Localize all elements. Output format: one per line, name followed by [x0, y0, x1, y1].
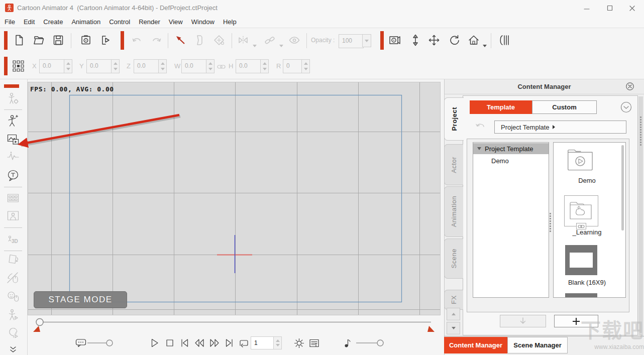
side-panel-curtain-button[interactable]: [497, 33, 512, 48]
paint-bucket-button[interactable]: [211, 33, 227, 48]
minimize-button[interactable]: [579, 2, 595, 14]
spinner-up-icon[interactable]: [161, 62, 165, 65]
face-mouse-puppet-button[interactable]: [6, 289, 21, 303]
side-tab-animation[interactable]: Animation: [444, 186, 463, 237]
side-tab-project[interactable]: Project: [444, 97, 464, 141]
item-demo[interactable]: [566, 148, 596, 174]
template-paper-button[interactable]: [191, 33, 206, 48]
constrain-link-icon[interactable]: [217, 63, 226, 72]
side-tab-scene[interactable]: Scene: [444, 239, 463, 279]
export-button[interactable]: [98, 33, 113, 48]
caption-opacity-slider[interactable]: [86, 335, 115, 350]
visibility-button[interactable]: [287, 33, 302, 48]
tree-collapse-icon[interactable]: [477, 147, 481, 150]
side-tab-actor[interactable]: Actor: [444, 144, 463, 185]
move-tool-button[interactable]: [426, 33, 442, 48]
range-start-marker[interactable]: [33, 326, 40, 332]
close-button[interactable]: [624, 2, 640, 14]
maximize-button[interactable]: [602, 2, 618, 14]
link-dropdown-icon[interactable]: [279, 45, 283, 47]
flip-dropdown-icon[interactable]: [253, 45, 257, 47]
item-blank-16x9[interactable]: [565, 245, 597, 275]
timeline-playhead-handle[interactable]: [36, 319, 43, 326]
scene-image-button[interactable]: [6, 209, 21, 223]
z-input[interactable]: 0.0: [134, 59, 167, 73]
spinner-up-icon[interactable]: [263, 62, 267, 65]
menu-animation[interactable]: Animation: [71, 18, 100, 26]
current-frame-input[interactable]: 1: [251, 336, 282, 349]
spinner-down-icon[interactable]: [276, 344, 280, 346]
play-button[interactable]: [147, 335, 162, 350]
side-tabs-scroll-down-button[interactable]: [447, 322, 460, 334]
hand-mouse-puppet-button[interactable]: [6, 271, 21, 285]
volume-note-icon[interactable]: [340, 335, 355, 350]
spinner-down-icon[interactable]: [114, 68, 118, 70]
spinner-up-icon[interactable]: [208, 62, 212, 65]
flip-page-button[interactable]: [6, 253, 21, 267]
menu-view[interactable]: View: [169, 18, 183, 26]
camera-view-button[interactable]: [387, 33, 402, 48]
tab-template[interactable]: Template: [470, 100, 532, 114]
panel-close-button[interactable]: [625, 82, 635, 92]
render-preview-button[interactable]: [78, 33, 93, 48]
menu-edit[interactable]: Edit: [24, 18, 35, 26]
spinner-down-icon[interactable]: [161, 68, 165, 70]
realtime-render-button[interactable]: [291, 335, 306, 350]
text-bubble-button[interactable]: [6, 168, 21, 182]
range-end-marker[interactable]: [427, 326, 435, 332]
spinner-up-icon[interactable]: [304, 62, 308, 65]
select-tool-button[interactable]: [173, 33, 188, 48]
more-tools-chevrons-button[interactable]: [9, 346, 19, 353]
redo-button[interactable]: [149, 33, 164, 48]
panel-resize-strip[interactable]: [638, 96, 643, 335]
w-input[interactable]: 0.0: [181, 59, 214, 73]
panel-collapse-button[interactable]: [620, 101, 632, 113]
h-input[interactable]: 0.0: [236, 59, 269, 73]
3d-pose-button[interactable]: 3D: [6, 233, 21, 247]
side-tab-fx[interactable]: FX: [444, 290, 463, 310]
audio-button[interactable]: [6, 150, 21, 164]
spinner-down-icon[interactable]: [66, 68, 70, 70]
zoom-tool-button[interactable]: [408, 33, 423, 48]
flip-button[interactable]: [236, 33, 251, 48]
volume-slider[interactable]: [354, 335, 385, 350]
content-manager-footer-tab[interactable]: Content Manager: [444, 337, 507, 353]
spinner-down-icon[interactable]: [263, 68, 267, 70]
undo-button[interactable]: [130, 33, 145, 48]
body-puppet-button[interactable]: [6, 308, 21, 322]
go-to-end-button[interactable]: [222, 335, 237, 350]
stop-button[interactable]: [162, 335, 177, 350]
menu-help[interactable]: Help: [223, 18, 237, 26]
render-options-button[interactable]: [306, 335, 321, 350]
thumbnail-scrollbar[interactable]: [621, 145, 624, 230]
add-content-button[interactable]: [554, 315, 598, 327]
move-down-button[interactable]: [500, 315, 546, 327]
breadcrumb-bar[interactable]: Project Template: [494, 121, 626, 134]
menu-window[interactable]: Window: [191, 18, 214, 26]
side-tabs-scroll-up-button[interactable]: [447, 308, 460, 320]
menu-file[interactable]: File: [5, 18, 15, 26]
open-project-button[interactable]: [31, 33, 46, 48]
next-frame-button[interactable]: [207, 335, 222, 350]
item-partial-next[interactable]: [565, 293, 597, 298]
home-view-button[interactable]: [466, 33, 481, 48]
go-to-start-button[interactable]: [177, 335, 192, 350]
scene-manager-footer-tab[interactable]: Scene Manager: [507, 337, 568, 353]
r-input[interactable]: 0: [283, 59, 310, 73]
snap-grid-button[interactable]: [13, 60, 25, 72]
opacity-input[interactable]: 100: [339, 34, 364, 48]
home-dropdown-icon[interactable]: [483, 45, 487, 47]
head-puppet-button[interactable]: [6, 326, 21, 340]
item-learning[interactable]: [564, 195, 598, 226]
spinner-down-icon[interactable]: [208, 68, 212, 70]
tab-custom[interactable]: Custom: [532, 100, 597, 114]
new-project-button[interactable]: [12, 33, 27, 48]
actor-setup-button[interactable]: [6, 91, 21, 105]
spinner-up-icon[interactable]: [114, 62, 118, 65]
props-button[interactable]: [6, 191, 21, 205]
opacity-dropdown-button[interactable]: [362, 34, 371, 47]
breadcrumb-back-button[interactable]: [475, 122, 487, 132]
x-input[interactable]: 0.0: [39, 59, 72, 73]
menu-control[interactable]: Control: [109, 18, 130, 26]
menu-create[interactable]: Create: [43, 18, 63, 26]
